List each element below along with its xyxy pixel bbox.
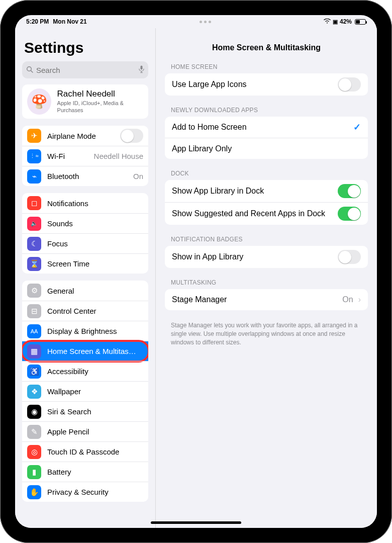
sidebar-item-label: Sounds (47, 219, 143, 228)
sidebar-item-label: Siri & Search (47, 407, 143, 416)
row-icon: ⋮≈ (27, 149, 41, 163)
sidebar-item[interactable]: 🔈Sounds (22, 213, 148, 233)
bezel: 5:20 PM Mon Nov 21 ▣ 42% Settings (3, 3, 389, 540)
sidebar-item[interactable]: ✋Privacy & Security (22, 482, 148, 502)
row-icon: ❖ (27, 385, 41, 399)
status-bar: 5:20 PM Mon Nov 21 ▣ 42% (15, 15, 377, 28)
sidebar-item[interactable]: ▮Battery (22, 462, 148, 482)
row-icon: ◉ (27, 405, 41, 419)
toggle[interactable] (338, 184, 361, 198)
row-icon: ◎ (27, 445, 41, 459)
settings-row-value: On (342, 295, 353, 304)
account-card[interactable]: 🍄 Rachel Needell Apple ID, iCloud+, Medi… (22, 84, 148, 119)
chevron-right-icon: › (358, 295, 361, 304)
settings-row[interactable]: Show App Library in Dock (165, 180, 368, 202)
sidebar-item-label: Notifications (47, 199, 143, 208)
status-date: Mon Nov 21 (53, 18, 86, 25)
search-input[interactable] (36, 66, 136, 74)
settings-row-label: Stage Manager (172, 295, 337, 304)
sidebar-item-label: Battery (47, 468, 143, 476)
wifi-icon (324, 18, 331, 25)
settings-row-label: Show Suggested and Recent Apps in Dock (172, 209, 333, 218)
low-power-icon: ▣ (333, 19, 338, 25)
detail-title: Home Screen & Multitasking (156, 28, 377, 63)
sidebar-item[interactable]: ▦Home Screen & Multitas… (22, 341, 148, 361)
settings-row-label: Show App Library in Dock (172, 187, 333, 196)
settings-row[interactable]: Show Suggested and Recent Apps in Dock (165, 202, 368, 225)
mic-icon[interactable] (139, 65, 144, 74)
avatar: 🍄 (27, 88, 51, 115)
settings-row-label: Use Large App Icons (172, 80, 333, 89)
sidebar-item-label: Screen Time (47, 259, 143, 268)
sidebar-item[interactable]: ⌁BluetoothOn (22, 166, 148, 186)
toggle[interactable] (120, 129, 143, 143)
settings-row[interactable]: App Library Only (165, 138, 368, 159)
sidebar-item-value: On (133, 172, 143, 180)
search-icon (26, 66, 33, 74)
settings-card: Stage ManagerOn› (165, 289, 368, 310)
battery-percent: 42% (340, 18, 352, 25)
section-footer: Stage Manager lets you work with your fa… (156, 321, 377, 346)
ipad-frame: 5:20 PM Mon Nov 21 ▣ 42% Settings (0, 0, 392, 543)
sidebar-item[interactable]: ✈Airplane Mode (22, 126, 148, 146)
sidebar-group-alerts: ◻Notifications🔈Sounds☾Focus⌛Screen Time (22, 193, 148, 274)
sidebar-item[interactable]: ❖Wallpaper (22, 381, 148, 401)
section-header: DOCK (156, 170, 377, 180)
sidebar-item-label: Bluetooth (47, 172, 127, 180)
sidebar-item-label: Touch ID & Passcode (47, 447, 143, 456)
sidebar-item[interactable]: AADisplay & Brightness (22, 321, 148, 341)
status-right: ▣ 42% (324, 18, 366, 25)
settings-row-label: Add to Home Screen (172, 123, 348, 132)
settings-row[interactable]: Add to Home Screen✓ (165, 117, 368, 138)
page-title: Settings (24, 39, 146, 56)
sidebar-item[interactable]: ◻Notifications (22, 193, 148, 213)
settings-card: Show App Library in DockShow Suggested a… (165, 180, 368, 225)
sidebar-item-label: Display & Brightness (47, 327, 143, 335)
section-header: MULTITASKING (156, 279, 377, 289)
row-icon: 🔈 (27, 217, 41, 231)
battery-icon (355, 19, 366, 25)
sidebar-item-label: Focus (47, 239, 143, 248)
sidebar-item[interactable]: ✎Apple Pencil (22, 421, 148, 441)
sidebar-item[interactable]: ♿Accessibility (22, 361, 148, 381)
sidebar-item-label: Apple Pencil (47, 427, 143, 436)
row-icon: ✎ (27, 425, 41, 439)
sidebar-item-label: Privacy & Security (47, 488, 143, 496)
settings-row-label: Show in App Library (172, 252, 333, 261)
row-icon: ▦ (27, 344, 41, 358)
settings-row[interactable]: Stage ManagerOn› (165, 289, 368, 310)
svg-line-1 (31, 70, 33, 72)
toggle[interactable] (338, 250, 361, 264)
checkmark-icon: ✓ (353, 122, 361, 133)
sidebar-item[interactable]: ⋮≈Wi-FiNeedell House (22, 146, 148, 166)
detail-pane: Home Screen & Multitasking HOME SCREENUs… (156, 28, 377, 528)
toggle[interactable] (338, 207, 361, 221)
status-time: 5:20 PM (26, 18, 49, 25)
row-icon: ▮ (27, 465, 41, 479)
section-header: NOTIFICATION BADGES (156, 236, 377, 246)
sidebar-item-label: Airplane Mode (47, 132, 114, 140)
search-field[interactable] (22, 61, 148, 78)
row-icon: ♿ (27, 365, 41, 379)
toggle[interactable] (338, 77, 361, 92)
multitask-dots[interactable] (87, 21, 324, 23)
row-icon: ◻ (27, 196, 41, 210)
settings-row[interactable]: Use Large App Icons (165, 73, 368, 96)
row-icon: ⌛ (27, 257, 41, 271)
settings-row[interactable]: Show in App Library (165, 246, 368, 268)
row-icon: ✋ (27, 485, 41, 499)
sidebar-item-label: Accessibility (47, 367, 143, 376)
row-icon: ✈ (27, 129, 41, 143)
sidebar-item[interactable]: ◉Siri & Search (22, 401, 148, 421)
row-icon: ⚙ (27, 284, 41, 298)
sidebar-item-label: General (47, 287, 143, 295)
settings-card: Add to Home Screen✓App Library Only (165, 117, 368, 159)
sidebar-item[interactable]: ⚙General (22, 281, 148, 301)
sidebar-item[interactable]: ⌛Screen Time (22, 253, 148, 274)
sidebar-item[interactable]: ◎Touch ID & Passcode (22, 441, 148, 462)
sidebar-item[interactable]: ⊟Control Center (22, 301, 148, 321)
home-indicator[interactable] (151, 521, 241, 524)
sidebar-item-label: Wallpaper (47, 387, 143, 396)
settings-row-label: App Library Only (172, 144, 361, 153)
sidebar-item[interactable]: ☾Focus (22, 233, 148, 253)
